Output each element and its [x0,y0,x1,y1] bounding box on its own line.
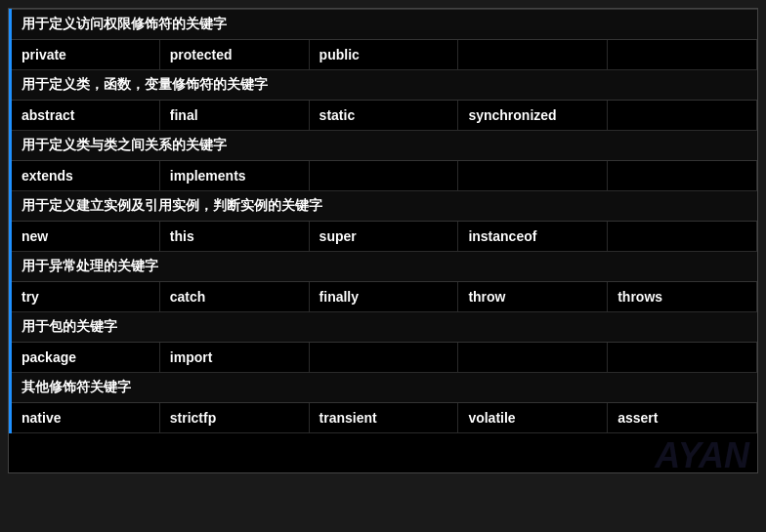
section-header-2: 用于定义类与类之间关系的关键字 [11,131,757,161]
keyword-cell-1-0: abstract [11,101,160,131]
keyword-cell-2-4 [608,161,757,191]
keywords-table: 用于定义访问权限修饰符的关键字privateprotectedpublic用于定… [9,9,757,433]
section-header-0: 用于定义访问权限修饰符的关键字 [11,10,757,40]
section-header-3: 用于定义建立实例及引用实例，判断实例的关键字 [11,191,757,222]
keyword-cell-6-2: transient [309,403,458,433]
keyword-cell-0-0: private [11,40,160,70]
keyword-cell-6-3: volatile [458,403,608,433]
keyword-cell-2-3 [458,161,608,191]
keyword-cell-3-3: instanceof [458,222,608,252]
keyword-cell-5-1: import [159,343,309,373]
section-header-label-5: 用于包的关键字 [11,312,757,343]
section-header-4: 用于异常处理的关键字 [11,252,757,282]
keyword-cell-3-0: new [11,222,160,252]
keyword-cell-3-2: super [309,222,458,252]
keyword-cell-3-1: this [159,222,309,252]
keyword-cell-0-4 [608,40,757,70]
keyword-cell-1-1: final [159,101,309,131]
keyword-row-4: trycatchfinallythrowthrows [11,282,757,312]
keyword-cell-4-4: throws [608,282,757,312]
keyword-cell-6-0: native [11,403,160,433]
section-header-1: 用于定义类，函数，变量修饰符的关键字 [11,70,757,101]
section-header-label-4: 用于异常处理的关键字 [11,252,757,282]
keyword-cell-5-3 [458,343,608,373]
keyword-cell-4-1: catch [159,282,309,312]
keyword-row-6: nativestrictfptransientvolatileassert [11,403,757,433]
section-header-label-1: 用于定义类，函数，变量修饰符的关键字 [11,70,757,101]
keyword-cell-2-1: implements [159,161,309,191]
keyword-row-2: extendsimplements [11,161,757,191]
watermark: AYAN [9,433,757,472]
keyword-cell-4-3: throw [458,282,608,312]
keyword-row-0: privateprotectedpublic [11,40,757,70]
keyword-cell-0-1: protected [159,40,309,70]
keyword-cell-5-4 [608,343,757,373]
keyword-cell-2-0: extends [11,161,160,191]
section-header-5: 用于包的关键字 [11,312,757,343]
section-header-label-3: 用于定义建立实例及引用实例，判断实例的关键字 [11,191,757,222]
section-header-6: 其他修饰符关键字 [11,373,757,403]
keyword-cell-0-2: public [309,40,458,70]
keyword-cell-6-1: strictfp [159,403,309,433]
section-header-label-6: 其他修饰符关键字 [11,373,757,403]
keyword-row-5: packageimport [11,343,757,373]
keyword-cell-6-4: assert [608,403,757,433]
keyword-cell-1-3: synchronized [458,101,608,131]
keyword-cell-5-2 [309,343,458,373]
section-header-label-0: 用于定义访问权限修饰符的关键字 [11,10,757,40]
keyword-cell-1-4 [608,101,757,131]
keyword-row-1: abstractfinalstaticsynchronized [11,101,757,131]
keyword-cell-4-0: try [11,282,160,312]
keyword-cell-5-0: package [11,343,160,373]
keyword-cell-1-2: static [309,101,458,131]
main-table-container: 用于定义访问权限修饰符的关键字privateprotectedpublic用于定… [8,8,758,473]
keyword-cell-4-2: finally [309,282,458,312]
keyword-row-3: newthissuperinstanceof [11,222,757,252]
section-header-label-2: 用于定义类与类之间关系的关键字 [11,131,757,161]
keyword-cell-0-3 [458,40,608,70]
keyword-cell-3-4 [608,222,757,252]
keyword-cell-2-2 [309,161,458,191]
